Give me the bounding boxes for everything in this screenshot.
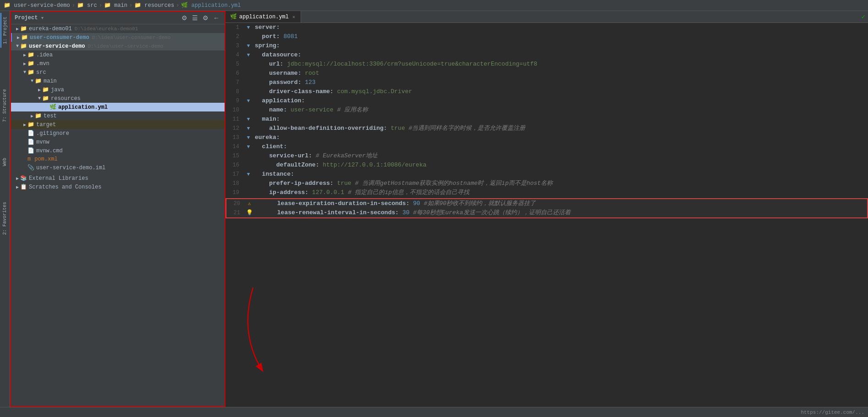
tree-arrow: ▼ bbox=[29, 78, 35, 83]
line-content: password: 123 bbox=[253, 78, 868, 87]
yaml-file-icon: 🌿 bbox=[49, 104, 56, 111]
sidebar-tab-favorites[interactable]: 2: Favorites bbox=[1, 198, 9, 239]
tab-close-button[interactable]: ✕ bbox=[292, 14, 295, 20]
tree-label: pom.xml bbox=[34, 156, 57, 162]
code-editor[interactable]: 1 ▼ server: 2 port: 8081 3 ▼ spring: 4 ▼… bbox=[225, 23, 868, 407]
code-line-6: 6 username: root bbox=[225, 69, 868, 78]
code-line-3: 3 ▼ spring: bbox=[225, 41, 868, 50]
tree-label: .idea bbox=[36, 52, 53, 58]
breadcrumb-item-file[interactable]: 🌿 application.yml bbox=[181, 2, 241, 9]
folder-icon: 📁 bbox=[20, 25, 27, 32]
tree-item-main[interactable]: ▼ 📁 main bbox=[11, 77, 225, 85]
tree-label: eureka-demo01 bbox=[29, 26, 72, 32]
line-number: 7 bbox=[225, 78, 244, 87]
tree-item-user-consumer-demo[interactable]: ▶ 📁 user-consumer-demo D:\idea\user-cons… bbox=[11, 33, 225, 42]
tree-path: D:\idea\user-service-demo bbox=[88, 44, 163, 49]
sidebar-tab-project[interactable]: 1: Project bbox=[0, 13, 9, 48]
project-panel-title: Project ▼ bbox=[15, 15, 44, 21]
tree-item-target[interactable]: ▶ 📁 target bbox=[11, 120, 225, 129]
tree-item-iml[interactable]: 📎 user-service-demo.iml bbox=[11, 163, 225, 172]
tree-item-mvnw[interactable]: 📄 mvnw bbox=[11, 138, 225, 146]
breadcrumb-item-resources[interactable]: 📁 resources bbox=[134, 2, 174, 9]
tree-item-src[interactable]: ▼ 📁 src bbox=[11, 68, 225, 77]
tree-label: src bbox=[36, 69, 46, 76]
dropdown-arrow-icon[interactable]: ▼ bbox=[41, 16, 44, 21]
tree-arrow: ▶ bbox=[29, 113, 35, 119]
library-icon: 📚 bbox=[20, 175, 27, 182]
code-line-15: 15 service-url: # EurekaServer地址 bbox=[225, 151, 868, 161]
folder-icon: 📁 bbox=[20, 43, 27, 50]
tree-item-scratches[interactable]: ▶ 📋 Scratches and Consoles bbox=[11, 183, 225, 191]
tree-label: user-service-demo bbox=[29, 43, 85, 50]
line-number: 1 bbox=[225, 23, 244, 32]
file-icon: 📄 bbox=[27, 130, 34, 137]
scratch-icon: 📋 bbox=[20, 183, 27, 190]
code-line-1: 1 ▼ server: bbox=[225, 23, 868, 32]
code-line-19: 19 ip-address: 127.0.0.1 # 指定自己的ip信息，不指定… bbox=[225, 188, 868, 197]
sidebar-tab-web[interactable]: Web bbox=[1, 154, 9, 170]
line-gutter: ▼ bbox=[244, 50, 253, 60]
breadcrumb-item-src[interactable]: 📁 src bbox=[77, 2, 97, 9]
code-line-4: 4 ▼ datasource: bbox=[225, 50, 868, 60]
project-tree: ▶ 📁 eureka-demo01 D:\idea\eureka-demo01 … bbox=[11, 24, 225, 406]
code-line-13: 13 ▼ eureka: bbox=[225, 133, 868, 142]
line-content: eureka: bbox=[253, 133, 868, 142]
line-number: 13 bbox=[225, 133, 244, 142]
tree-arrow: ▶ bbox=[37, 87, 42, 93]
tree-item-mvn[interactable]: ▶ 📁 .mvn bbox=[11, 59, 225, 68]
tree-label: .gitignore bbox=[36, 130, 69, 137]
project-panel-actions: ⚙ ☰ ⚙ ← bbox=[180, 14, 221, 22]
tree-item-application-yml[interactable]: 🌿 application.yml bbox=[11, 103, 225, 111]
breadcrumb-item-project[interactable]: 📁 user-service-demo bbox=[4, 2, 70, 9]
line-number: 12 bbox=[225, 124, 244, 133]
tree-label: .mvn bbox=[36, 61, 49, 67]
iml-icon: 📎 bbox=[27, 164, 34, 171]
line-number: 4 bbox=[225, 50, 244, 60]
line-content: name: user-service # 应用名称 bbox=[253, 106, 868, 115]
folder-icon: 📁 bbox=[42, 95, 49, 102]
line-content: server: bbox=[253, 23, 868, 32]
sidebar-tab-structure[interactable]: 7: Structure bbox=[1, 85, 9, 126]
xml-icon: m bbox=[27, 156, 31, 162]
line-gutter: ▼ bbox=[244, 133, 253, 142]
breadcrumb-sep: › bbox=[72, 2, 75, 9]
line-content: defaultZone: http://127.0.0.1:10086/eure… bbox=[253, 161, 868, 170]
line-number: 9 bbox=[225, 96, 244, 106]
code-line-21: 21 💡 lease-renewal-interval-in-seconds: … bbox=[226, 208, 867, 217]
config-icon[interactable]: ⚙ bbox=[201, 14, 210, 22]
breadcrumb-item-main[interactable]: 📁 main bbox=[104, 2, 127, 9]
tree-item-idea[interactable]: ▶ 📁 .idea bbox=[11, 50, 225, 59]
folder-icon: 📁 bbox=[27, 69, 34, 76]
layout-icon[interactable]: ☰ bbox=[191, 14, 199, 22]
status-text: https://gitee.com/... bbox=[801, 410, 864, 415]
tree-item-resources[interactable]: ▼ 📁 resources bbox=[11, 94, 225, 103]
tab-label: application.yml bbox=[239, 14, 289, 20]
line-gutter: ▼ bbox=[244, 96, 253, 106]
tree-item-user-service-demo[interactable]: ▼ 📁 user-service-demo D:\idea\user-servi… bbox=[11, 42, 225, 50]
line-number: 6 bbox=[225, 69, 244, 78]
project-panel: Project ▼ ⚙ ☰ ⚙ ← ▶ 📁 eureka-demo01 D:\i… bbox=[10, 11, 225, 407]
tree-item-mvnw-cmd[interactable]: 📄 mvnw.cmd bbox=[11, 146, 225, 155]
line-content: client: bbox=[253, 142, 868, 151]
tree-label: target bbox=[36, 122, 56, 128]
tree-label: mvnw bbox=[36, 139, 49, 145]
line-content: url: jdbc:mysql://localhost:3306/crm?use… bbox=[253, 60, 868, 69]
tree-item-pom-xml[interactable]: m pom.xml bbox=[11, 155, 225, 163]
breadcrumb-bar: 📁 user-service-demo › 📁 src › 📁 main › 📁… bbox=[0, 0, 868, 11]
collapse-icon[interactable]: ← bbox=[212, 14, 221, 22]
status-bar: https://gitee.com/... bbox=[0, 407, 868, 417]
line-gutter: 💡 bbox=[245, 208, 254, 217]
settings-icon[interactable]: ⚙ bbox=[180, 14, 189, 22]
tree-item-test[interactable]: ▶ 📁 test bbox=[11, 111, 225, 120]
tree-item-external-libraries[interactable]: ▶ 📚 External Libraries bbox=[11, 174, 225, 183]
tree-label: application.yml bbox=[58, 104, 108, 111]
tree-arrow: ▼ bbox=[15, 44, 20, 49]
tree-item-java[interactable]: ▶ 📁 java bbox=[11, 85, 225, 94]
file-icon: 📄 bbox=[27, 139, 34, 145]
code-line-9: 9 ▼ application: bbox=[225, 96, 868, 106]
tree-item-eureka-demo01[interactable]: ▶ 📁 eureka-demo01 D:\idea\eureka-demo01 bbox=[11, 24, 225, 33]
editor-tab-application-yml[interactable]: 🌿 application.yml ✕ bbox=[225, 11, 301, 22]
tree-arrow: ▶ bbox=[22, 61, 27, 67]
tree-item-gitignore[interactable]: 📄 .gitignore bbox=[11, 129, 225, 138]
folder-icon: 📁 bbox=[42, 86, 49, 93]
